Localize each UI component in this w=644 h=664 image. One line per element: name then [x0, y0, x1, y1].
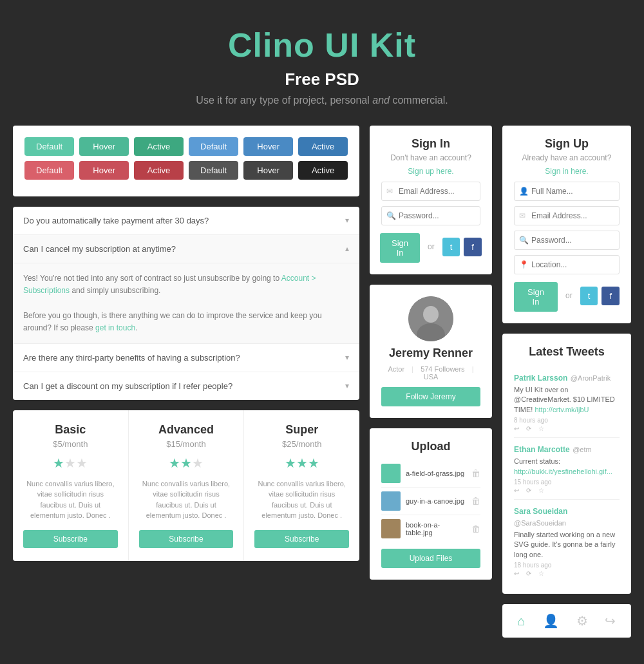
btn-red-active[interactable]: Active [134, 161, 184, 180]
tweet-fav-icon-2[interactable]: ☆ [538, 487, 544, 494]
btn-blue-hover[interactable]: Hover [243, 137, 293, 156]
signup-signin-link[interactable]: Sign in here. [545, 167, 588, 176]
tweet-item-2: Ethan Marcotte @etm Current status: http… [514, 438, 620, 500]
follow-button[interactable]: Follow Jeremy [381, 387, 480, 406]
password-icon-signup: 🔍 [519, 236, 529, 245]
tweet-fav-icon-3[interactable]: ☆ [538, 570, 544, 577]
star-filled-1: ★ [169, 456, 180, 470]
signup-password-input[interactable] [514, 231, 620, 250]
signup-location-input[interactable] [514, 255, 620, 274]
signin-actions: Sign In or t f [381, 231, 480, 263]
signup-actions: Sign In or t f [514, 280, 620, 312]
email-icon-signup: ✉ [519, 211, 526, 220]
tweet-link-2[interactable]: http://bukk.it/yesfinehellohi.gif... [514, 468, 612, 475]
page-header: Clino UI Kit Free PSD Use it for any typ… [0, 0, 644, 126]
pricing-tier-basic: Basic $5/month ★★★ Nunc convallis varius… [13, 410, 129, 561]
btn-red-default[interactable]: Default [24, 161, 74, 180]
file-delete-icon-2[interactable]: 🗑 [471, 496, 480, 506]
subscribe-button-advanced[interactable]: Subscribe [139, 530, 234, 548]
file-thumbnail-1 [381, 464, 401, 483]
btn-green-default[interactable]: Default [24, 137, 74, 156]
btn-dark-hover[interactable]: Hover [243, 161, 293, 180]
stars-basic: ★★★ [23, 455, 118, 471]
signin-signup-link[interactable]: Sign up here. [408, 167, 453, 176]
star-empty-2: ★ [76, 456, 88, 470]
tweet-retweet-icon[interactable]: ⟳ [526, 425, 531, 432]
location-icon: 📍 [519, 260, 529, 269]
middle-column: Sign In Don't have an account? Sign up h… [370, 126, 492, 638]
chevron-up-icon: ▴ [345, 244, 349, 253]
faq-link-contact[interactable]: get in touch [95, 323, 135, 332]
btn-dark-default[interactable]: Default [189, 161, 238, 180]
faq-item-3[interactable]: Are there any third-party benefits of ha… [13, 344, 359, 372]
signin-email-input[interactable] [381, 182, 480, 201]
profile-section: Jeremy Renner Actor | 574 Followers | US… [370, 285, 492, 418]
signin-facebook-button[interactable]: f [464, 238, 482, 256]
btn-red-hover[interactable]: Hover [79, 161, 129, 180]
tweets-section: Latest Tweets Patrik Larsson @AronPatrik… [502, 334, 631, 594]
file-delete-icon-3[interactable]: 🗑 [471, 524, 480, 534]
btn-dark-active[interactable]: Active [298, 161, 348, 180]
faq-item-4[interactable]: Can I get a discount on my subscription … [13, 372, 359, 400]
btn-green-hover[interactable]: Hover [79, 137, 129, 156]
tweet-reply-icon[interactable]: ↩ [514, 425, 519, 432]
settings-icon[interactable]: ⚙ [576, 613, 588, 629]
faq-item-2[interactable]: Can I cancel my subscription at anytime?… [13, 235, 359, 263]
file-delete-icon-1[interactable]: 🗑 [471, 468, 480, 479]
signup-name-input[interactable] [514, 182, 620, 201]
user-nav-icon[interactable]: 👤 [543, 613, 559, 629]
subscribe-button-basic[interactable]: Subscribe [23, 530, 118, 548]
signin-twitter-button[interactable]: t [442, 238, 460, 256]
upload-file-item-1: a-field-of-grass.jpg 🗑 [381, 460, 480, 488]
tweet-item-1: Patrik Larsson @AronPatrik My UI Kit ove… [514, 366, 620, 438]
signin-button[interactable]: Sign In [380, 233, 420, 263]
btn-blue-active[interactable]: Active [298, 137, 348, 156]
tweet-item-3: Sara Soueidan @SaraSoueidan Finally star… [514, 500, 620, 582]
avatar [408, 296, 453, 341]
tweet-actions-3: ↩ ⟳ ☆ [514, 570, 620, 577]
home-icon[interactable]: ⌂ [517, 614, 525, 629]
faq-section: Do you automatically take payment after … [13, 207, 359, 400]
faq-item-1[interactable]: Do you automatically take payment after … [13, 207, 359, 235]
signup-twitter-button[interactable]: t [580, 287, 598, 305]
tweet-fav-icon[interactable]: ☆ [538, 425, 544, 432]
chevron-down-icon: ▾ [345, 216, 349, 225]
star-empty: ★ [64, 456, 76, 470]
signin-email-wrap: ✉ [381, 182, 480, 201]
signin-password-input[interactable] [381, 206, 480, 225]
svg-point-1 [423, 306, 439, 323]
tweet-actions-2: ↩ ⟳ ☆ [514, 487, 620, 494]
upload-file-item-3: book-on-a-table.jpg 🗑 [381, 515, 480, 542]
right-column: Sign Up Already have an account? Sign in… [502, 126, 631, 638]
star-filled-s3: ★ [308, 456, 319, 470]
signup-facebook-button[interactable]: f [601, 287, 620, 305]
signup-name-wrap: 👤 [514, 182, 620, 201]
tweet-link-1[interactable]: http://crtv.mk/ijbU [535, 406, 589, 413]
avatar-image [408, 296, 453, 341]
btn-green-active[interactable]: Active [134, 137, 184, 156]
tweet-reply-icon-2[interactable]: ↩ [514, 487, 519, 494]
page-description: Use it for any type of project, personal… [13, 95, 631, 106]
button-row-2: Default Hover Active Default Hover Activ… [24, 161, 348, 180]
signup-email-input[interactable] [514, 206, 620, 225]
tweet-reply-icon-3[interactable]: ↩ [514, 570, 519, 577]
logout-icon[interactable]: ↪ [605, 613, 616, 629]
file-thumbnail-3 [381, 519, 401, 538]
email-icon: ✉ [386, 187, 393, 196]
subscribe-button-super[interactable]: Subscribe [254, 530, 349, 548]
faq-link-account[interactable]: Account > Subscriptions [23, 274, 316, 295]
upload-files-button[interactable]: Upload Files [381, 549, 480, 568]
signin-section: Sign In Don't have an account? Sign up h… [370, 126, 492, 274]
page-subtitle: Free PSD [13, 70, 631, 90]
upload-section: Upload a-field-of-grass.jpg 🗑 guy-in-a-c… [370, 428, 492, 580]
user-icon: 👤 [519, 187, 529, 196]
tweet-retweet-icon-2[interactable]: ⟳ [526, 487, 531, 494]
chevron-down-icon-3: ▾ [345, 353, 349, 362]
left-column: Default Hover Active Default Hover Activ… [13, 126, 359, 638]
btn-blue-default[interactable]: Default [189, 137, 238, 156]
signup-section: Sign Up Already have an account? Sign in… [502, 126, 631, 323]
signup-button[interactable]: Sign In [514, 282, 558, 312]
password-icon: 🔍 [386, 211, 396, 220]
tweet-retweet-icon-3[interactable]: ⟳ [526, 570, 531, 577]
faq-answer-2: Yes! You're not tied into any sort of co… [13, 263, 359, 344]
